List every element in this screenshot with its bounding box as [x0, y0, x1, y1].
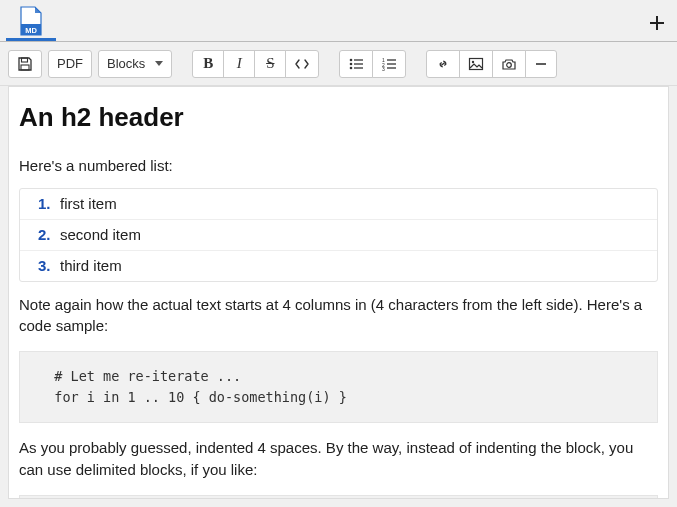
numbered-list-button[interactable]: 123 — [372, 50, 406, 78]
pdf-button[interactable]: PDF — [48, 50, 92, 78]
code-block-2: define foobar() { print "Welcome to flav… — [19, 495, 658, 499]
list-item: 2.second item — [20, 219, 657, 250]
chevron-down-icon — [155, 61, 163, 66]
italic-icon: I — [237, 55, 242, 72]
tab-bar: MD — [0, 0, 677, 42]
image-icon — [468, 57, 484, 71]
document-editor[interactable]: An h2 header Here's a numbered list: 1.f… — [8, 86, 669, 499]
app-root: MD PDF Blocks B I — [0, 0, 677, 507]
code-inline-button[interactable] — [285, 50, 319, 78]
minus-icon — [534, 57, 548, 71]
markdown-file-icon: MD — [18, 6, 44, 36]
list-group: 123 — [339, 50, 406, 78]
list-item: 3.third item — [20, 250, 657, 281]
paragraph-intro: Here's a numbered list: — [19, 155, 658, 177]
strikethrough-button[interactable]: S — [254, 50, 286, 78]
svg-point-4 — [350, 58, 353, 61]
heading-h2: An h2 header — [19, 99, 658, 137]
image-button[interactable] — [459, 50, 493, 78]
save-button[interactable] — [8, 50, 42, 78]
link-button[interactable] — [426, 50, 460, 78]
svg-rect-16 — [470, 58, 483, 69]
blocks-label: Blocks — [107, 56, 145, 71]
toolbar: PDF Blocks B I S — [0, 42, 677, 86]
content-area: An h2 header Here's a numbered list: 1.f… — [0, 86, 677, 507]
strikethrough-icon: S — [266, 55, 274, 72]
svg-point-18 — [507, 62, 512, 67]
bold-icon: B — [203, 55, 213, 72]
numbered-list: 1.first item 2.second item 3.third item — [19, 188, 658, 281]
svg-point-17 — [472, 60, 474, 62]
bullet-list-button[interactable] — [339, 50, 373, 78]
paragraph-note2: As you probably guessed, indented 4 spac… — [19, 437, 658, 481]
list-item: 1.first item — [20, 189, 657, 219]
blocks-dropdown[interactable]: Blocks — [98, 50, 172, 78]
svg-rect-3 — [21, 65, 29, 70]
hr-button[interactable] — [525, 50, 557, 78]
camera-icon — [501, 57, 517, 71]
bold-button[interactable]: B — [192, 50, 224, 78]
tab-markdown[interactable]: MD — [6, 5, 56, 41]
camera-button[interactable] — [492, 50, 526, 78]
add-tab-button[interactable] — [643, 9, 671, 37]
insert-group — [426, 50, 557, 78]
code-block-1: # Let me re-iterate ... for i in 1 .. 10… — [19, 351, 658, 423]
svg-point-6 — [350, 66, 353, 69]
svg-point-5 — [350, 62, 353, 65]
svg-text:MD: MD — [25, 26, 37, 35]
pdf-label: PDF — [57, 56, 83, 71]
numbered-list-icon: 123 — [381, 57, 397, 71]
bullet-list-icon — [348, 57, 364, 71]
format-group: B I S — [192, 50, 319, 78]
italic-button[interactable]: I — [223, 50, 255, 78]
code-icon — [294, 57, 310, 71]
save-icon — [17, 56, 33, 72]
link-icon — [435, 57, 451, 71]
paragraph-note1: Note again how the actual text starts at… — [19, 294, 658, 338]
svg-text:3: 3 — [382, 66, 385, 71]
